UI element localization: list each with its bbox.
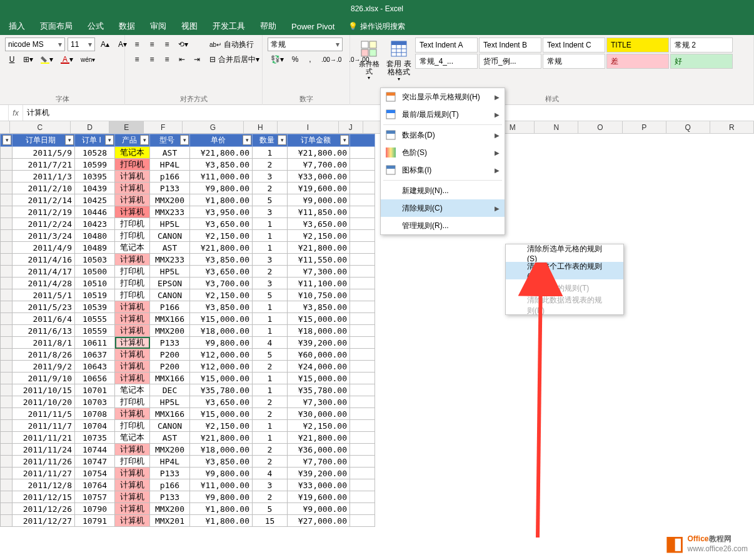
fill-color-button[interactable]: ▾	[38, 52, 56, 66]
cell[interactable]: ¥3,850.00	[190, 159, 253, 171]
cell[interactable]: 10656	[75, 372, 115, 384]
cell[interactable]: MMX233	[150, 206, 190, 218]
cell[interactable]: HP4L	[150, 456, 190, 468]
tab-插入[interactable]: 插入	[3, 18, 31, 34]
cell[interactable]: 2	[253, 491, 288, 503]
cell[interactable]: 1	[253, 147, 288, 159]
cell[interactable]: AST	[150, 242, 190, 254]
cell[interactable]: 2	[253, 361, 288, 372]
cell[interactable]: MMX200	[150, 444, 190, 456]
cell[interactable]: 3	[253, 254, 288, 266]
cell[interactable]: 2011/6/13	[13, 325, 75, 337]
cell[interactable]: 1	[253, 420, 288, 432]
cell[interactable]: 10489	[75, 242, 115, 254]
align-bottom-button[interactable]: ≡	[160, 38, 174, 51]
menu-item[interactable]: 突出显示单元格规则(H)▶	[381, 88, 505, 106]
cell[interactable]: ¥9,800.00	[190, 182, 253, 194]
cell[interactable]: 10446	[75, 206, 115, 218]
cell[interactable]: 2011/2/14	[13, 194, 75, 206]
cell[interactable]: 10528	[75, 147, 115, 159]
table-header[interactable]: 型号▾	[150, 134, 190, 147]
cell[interactable]: 2	[253, 408, 288, 420]
wrap-text-button[interactable]: ab↵自动换行	[206, 38, 263, 51]
table-row[interactable]: 2011/12/2610790计算机MMX200¥1,800.005¥9,000…	[1, 503, 375, 515]
cell[interactable]: MMX166	[150, 313, 190, 325]
border-button[interactable]: ⊞▾	[20, 52, 36, 66]
cell-style[interactable]: 差	[606, 54, 669, 69]
filter-icon[interactable]: ▾	[278, 135, 286, 145]
cell[interactable]: 2011/2/24	[13, 218, 75, 230]
cell[interactable]: 10704	[75, 420, 115, 432]
table-row[interactable]: 2011/12/2710791计算机MMX201¥1,800.0015¥27,0…	[1, 515, 375, 527]
cell[interactable]: 1	[253, 242, 288, 254]
cell[interactable]: 1	[253, 325, 288, 337]
cell[interactable]: 2011/5/1	[13, 289, 75, 301]
align-top-button[interactable]: ≡	[130, 38, 144, 51]
col-header[interactable]: C	[10, 121, 71, 133]
cell[interactable]: CANON	[150, 420, 190, 432]
cell[interactable]: ¥7,700.00	[288, 456, 350, 468]
filter-icon[interactable]: ▾	[340, 135, 349, 145]
orientation-button[interactable]: ⟲▾	[175, 38, 191, 51]
cell[interactable]: 10744	[75, 444, 115, 456]
cell-style[interactable]: Text Indent A	[415, 38, 478, 52]
table-row[interactable]: 2011/9/210643计算机P200¥12,000.002¥24,000.0…	[1, 361, 375, 372]
cell[interactable]: 5	[253, 349, 288, 361]
cell[interactable]: 2011/10/15	[13, 384, 75, 396]
cell[interactable]: ¥30,000.00	[288, 408, 350, 420]
cell[interactable]: ¥10,750.00	[288, 289, 350, 301]
fx-icon[interactable]: fx	[9, 109, 23, 118]
cell[interactable]: HP5L	[150, 266, 190, 278]
col-header[interactable]: R	[710, 121, 754, 133]
table-row[interactable]: 2011/10/1510701笔记本DEC¥35,780.001¥35,780.…	[1, 384, 375, 396]
cell[interactable]: 计算机	[115, 515, 150, 527]
cell[interactable]: 10735	[75, 432, 115, 444]
col-header[interactable]: O	[578, 121, 622, 133]
cell[interactable]: ¥2,150.00	[190, 420, 253, 432]
cell[interactable]: 计算机	[115, 313, 150, 325]
cell[interactable]: 10757	[75, 491, 115, 503]
cell[interactable]: 2011/10/20	[13, 396, 75, 408]
filter-icon[interactable]: ▾	[140, 135, 149, 145]
cell[interactable]: 1	[253, 218, 288, 230]
cell[interactable]: 2011/7/21	[13, 159, 75, 171]
col-header[interactable]: J	[339, 121, 363, 133]
col-header[interactable]: F	[144, 121, 183, 133]
cell[interactable]: 10439	[75, 182, 115, 194]
table-row[interactable]: 2011/2/2410423打印机HP5L¥3,650.001¥3,650.00	[1, 218, 375, 230]
table-row[interactable]: 2011/2/1010439计算机P133¥9,800.002¥19,600.0…	[1, 182, 375, 194]
table-row[interactable]: 2011/5/110519打印机CANON¥2,150.005¥10,750.0…	[1, 289, 375, 301]
cell[interactable]: 2011/9/2	[13, 361, 75, 372]
cell[interactable]: ¥15,000.00	[288, 313, 350, 325]
cell[interactable]: 10747	[75, 456, 115, 468]
menu-item[interactable]: 清除所选单元格的规则(S)	[506, 244, 623, 262]
cell[interactable]: 2011/11/26	[13, 456, 75, 468]
col-header[interactable]: N	[535, 121, 578, 133]
cell[interactable]: 10703	[75, 396, 115, 408]
cell[interactable]: 2	[253, 456, 288, 468]
cell[interactable]: ¥9,000.00	[288, 503, 350, 515]
cell[interactable]: 打印机	[115, 278, 150, 289]
cell[interactable]: 10510	[75, 278, 115, 289]
increase-decimal-button[interactable]: .00→.0	[318, 52, 344, 66]
align-center-button[interactable]: ≡	[145, 52, 159, 66]
cell[interactable]: ¥11,550.00	[288, 254, 350, 266]
cell[interactable]: ¥3,850.00	[190, 301, 253, 313]
table-header[interactable]: 订单 I▾	[75, 134, 115, 147]
cell[interactable]: CANON	[150, 289, 190, 301]
cell[interactable]: 5	[253, 289, 288, 301]
cell[interactable]: 笔记本	[115, 147, 150, 159]
table-header[interactable]: 单价▾	[190, 134, 253, 147]
cell[interactable]: 2011/1/3	[13, 171, 75, 182]
filter-icon[interactable]: ▾	[3, 135, 11, 145]
col-header[interactable]: D	[71, 121, 109, 133]
cell[interactable]: ¥3,850.00	[190, 254, 253, 266]
currency-button[interactable]: 💱▾	[268, 52, 287, 66]
cell[interactable]: 2011/8/26	[13, 349, 75, 361]
cell[interactable]: ¥33,000.00	[288, 171, 350, 182]
cell[interactable]: ¥1,800.00	[190, 515, 253, 527]
cell[interactable]: ¥39,200.00	[288, 337, 350, 349]
font-name-combo[interactable]: nicode MS▾	[5, 38, 65, 51]
tab-审阅[interactable]: 审阅	[144, 18, 173, 34]
col-header[interactable]: E	[109, 121, 144, 133]
